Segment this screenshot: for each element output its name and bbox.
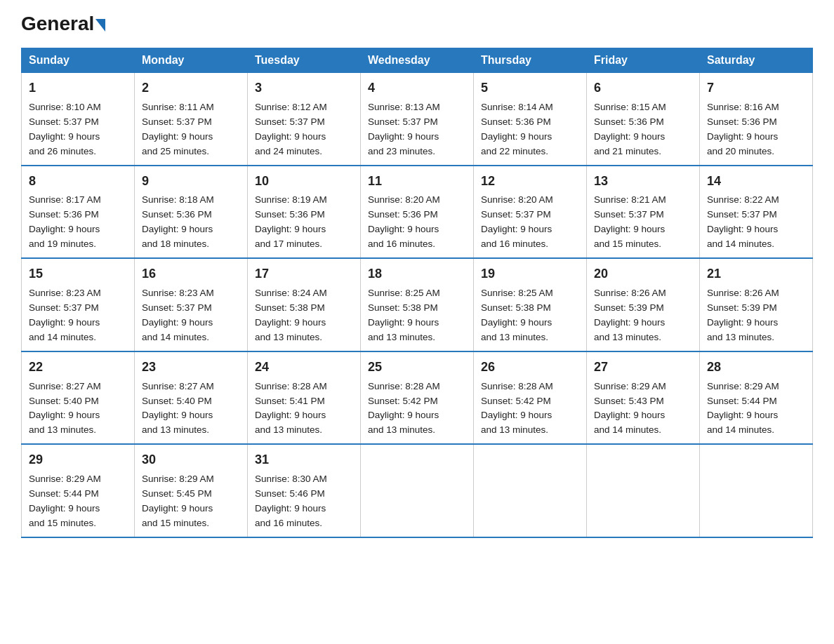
day-number: 13 bbox=[594, 172, 692, 192]
day-number: 20 bbox=[594, 264, 692, 284]
calendar-cell: 7 Sunrise: 8:16 AMSunset: 5:36 PMDayligh… bbox=[700, 73, 813, 166]
col-header-saturday: Saturday bbox=[700, 48, 813, 73]
calendar-cell: 2 Sunrise: 8:11 AMSunset: 5:37 PMDayligh… bbox=[135, 73, 248, 166]
col-header-tuesday: Tuesday bbox=[248, 48, 361, 73]
day-number: 27 bbox=[594, 358, 692, 377]
calendar-cell: 18 Sunrise: 8:25 AMSunset: 5:38 PMDaylig… bbox=[361, 258, 474, 351]
calendar-week-row: 15 Sunrise: 8:23 AMSunset: 5:37 PMDaylig… bbox=[22, 258, 813, 351]
day-number: 29 bbox=[29, 450, 127, 470]
col-header-friday: Friday bbox=[587, 48, 700, 73]
day-number: 10 bbox=[255, 172, 353, 192]
day-number: 21 bbox=[707, 264, 805, 284]
calendar-cell bbox=[587, 444, 700, 537]
calendar-cell: 15 Sunrise: 8:23 AMSunset: 5:37 PMDaylig… bbox=[22, 258, 135, 351]
calendar-cell: 26 Sunrise: 8:28 AMSunset: 5:42 PMDaylig… bbox=[474, 351, 587, 445]
calendar-week-row: 22 Sunrise: 8:27 AMSunset: 5:40 PMDaylig… bbox=[22, 351, 813, 445]
page-header: General bbox=[21, 14, 813, 34]
calendar-cell bbox=[700, 444, 813, 537]
calendar-cell: 30 Sunrise: 8:29 AMSunset: 5:45 PMDaylig… bbox=[135, 444, 248, 537]
calendar-cell: 27 Sunrise: 8:29 AMSunset: 5:43 PMDaylig… bbox=[587, 351, 700, 445]
day-number: 7 bbox=[707, 79, 805, 98]
day-number: 1 bbox=[29, 79, 127, 98]
calendar-cell: 6 Sunrise: 8:15 AMSunset: 5:36 PMDayligh… bbox=[587, 73, 700, 166]
calendar-week-row: 29 Sunrise: 8:29 AMSunset: 5:44 PMDaylig… bbox=[22, 444, 813, 537]
day-number: 15 bbox=[29, 264, 127, 284]
calendar-cell: 21 Sunrise: 8:26 AMSunset: 5:39 PMDaylig… bbox=[700, 258, 813, 351]
calendar-cell: 3 Sunrise: 8:12 AMSunset: 5:37 PMDayligh… bbox=[248, 73, 361, 166]
day-number: 24 bbox=[255, 358, 353, 377]
calendar-table: SundayMondayTuesdayWednesdayThursdayFrid… bbox=[21, 48, 813, 538]
day-number: 9 bbox=[142, 172, 240, 192]
calendar-cell: 19 Sunrise: 8:25 AMSunset: 5:38 PMDaylig… bbox=[474, 258, 587, 351]
calendar-header-row: SundayMondayTuesdayWednesdayThursdayFrid… bbox=[22, 48, 813, 73]
col-header-sunday: Sunday bbox=[22, 48, 135, 73]
day-number: 4 bbox=[368, 79, 466, 98]
day-number: 31 bbox=[255, 450, 353, 470]
day-number: 18 bbox=[368, 264, 466, 284]
day-number: 14 bbox=[707, 172, 805, 192]
day-number: 19 bbox=[481, 264, 579, 284]
calendar-cell: 8 Sunrise: 8:17 AMSunset: 5:36 PMDayligh… bbox=[22, 166, 135, 259]
calendar-cell: 5 Sunrise: 8:14 AMSunset: 5:36 PMDayligh… bbox=[474, 73, 587, 166]
col-header-wednesday: Wednesday bbox=[361, 48, 474, 73]
day-number: 2 bbox=[142, 79, 240, 98]
day-number: 5 bbox=[481, 79, 579, 98]
calendar-cell: 12 Sunrise: 8:20 AMSunset: 5:37 PMDaylig… bbox=[474, 166, 587, 259]
calendar-cell: 14 Sunrise: 8:22 AMSunset: 5:37 PMDaylig… bbox=[700, 166, 813, 259]
calendar-cell: 25 Sunrise: 8:28 AMSunset: 5:42 PMDaylig… bbox=[361, 351, 474, 445]
day-number: 23 bbox=[142, 358, 240, 377]
calendar-cell: 31 Sunrise: 8:30 AMSunset: 5:46 PMDaylig… bbox=[248, 444, 361, 537]
calendar-cell: 11 Sunrise: 8:20 AMSunset: 5:36 PMDaylig… bbox=[361, 166, 474, 259]
day-number: 16 bbox=[142, 264, 240, 284]
day-number: 17 bbox=[255, 264, 353, 284]
day-number: 8 bbox=[29, 172, 127, 192]
calendar-week-row: 8 Sunrise: 8:17 AMSunset: 5:36 PMDayligh… bbox=[22, 166, 813, 259]
day-number: 25 bbox=[368, 358, 466, 377]
calendar-cell: 16 Sunrise: 8:23 AMSunset: 5:37 PMDaylig… bbox=[135, 258, 248, 351]
day-number: 6 bbox=[594, 79, 692, 98]
calendar-cell: 20 Sunrise: 8:26 AMSunset: 5:39 PMDaylig… bbox=[587, 258, 700, 351]
day-number: 30 bbox=[142, 450, 240, 470]
calendar-cell: 22 Sunrise: 8:27 AMSunset: 5:40 PMDaylig… bbox=[22, 351, 135, 445]
day-number: 28 bbox=[707, 358, 805, 377]
day-number: 11 bbox=[368, 172, 466, 192]
day-number: 12 bbox=[481, 172, 579, 192]
day-number: 22 bbox=[29, 358, 127, 377]
calendar-cell: 13 Sunrise: 8:21 AMSunset: 5:37 PMDaylig… bbox=[587, 166, 700, 259]
calendar-cell: 17 Sunrise: 8:24 AMSunset: 5:38 PMDaylig… bbox=[248, 258, 361, 351]
calendar-cell: 28 Sunrise: 8:29 AMSunset: 5:44 PMDaylig… bbox=[700, 351, 813, 445]
logo-general: General bbox=[21, 14, 105, 34]
calendar-cell: 9 Sunrise: 8:18 AMSunset: 5:36 PMDayligh… bbox=[135, 166, 248, 259]
calendar-cell: 23 Sunrise: 8:27 AMSunset: 5:40 PMDaylig… bbox=[135, 351, 248, 445]
calendar-cell bbox=[361, 444, 474, 537]
calendar-cell: 4 Sunrise: 8:13 AMSunset: 5:37 PMDayligh… bbox=[361, 73, 474, 166]
col-header-monday: Monday bbox=[135, 48, 248, 73]
col-header-thursday: Thursday bbox=[474, 48, 587, 73]
logo: General bbox=[21, 14, 105, 34]
calendar-cell: 29 Sunrise: 8:29 AMSunset: 5:44 PMDaylig… bbox=[22, 444, 135, 537]
calendar-week-row: 1 Sunrise: 8:10 AMSunset: 5:37 PMDayligh… bbox=[22, 73, 813, 166]
day-number: 26 bbox=[481, 358, 579, 377]
calendar-cell bbox=[474, 444, 587, 537]
calendar-cell: 10 Sunrise: 8:19 AMSunset: 5:36 PMDaylig… bbox=[248, 166, 361, 259]
calendar-cell: 1 Sunrise: 8:10 AMSunset: 5:37 PMDayligh… bbox=[22, 73, 135, 166]
day-number: 3 bbox=[255, 79, 353, 98]
calendar-cell: 24 Sunrise: 8:28 AMSunset: 5:41 PMDaylig… bbox=[248, 351, 361, 445]
